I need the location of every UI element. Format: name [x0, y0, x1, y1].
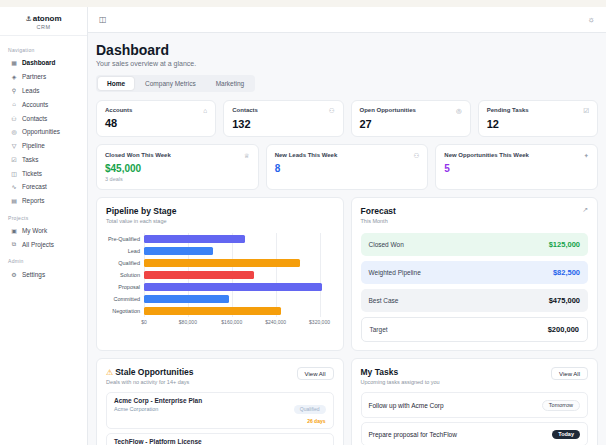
- kpi-card-pending-tasks[interactable]: Pending Tasks ☑ 12: [478, 100, 598, 137]
- sidebar-item-accounts[interactable]: ⌂ Accounts: [8, 97, 79, 111]
- bar-pre-qualified[interactable]: [144, 235, 245, 244]
- building-icon: ⌂: [10, 101, 18, 107]
- kpi-label: Accounts: [105, 107, 132, 113]
- sidebar-item-dashboard[interactable]: ▦ Dashboard: [8, 56, 79, 70]
- task-row-prepare-proposal[interactable]: Prepare proposal for TechFlow Today: [361, 422, 589, 445]
- gear-icon: ⚙: [10, 271, 18, 278]
- sidebar-section-navigation: Navigation: [8, 47, 79, 53]
- x-tick-label: $320,000: [309, 319, 330, 325]
- target-icon: ◎: [10, 128, 18, 135]
- leads-icon: ⚲: [10, 87, 18, 94]
- trophy-icon: ♕: [244, 152, 250, 160]
- tab-home[interactable]: Home: [98, 77, 134, 90]
- stat-subtext: 3 deals: [105, 176, 250, 182]
- sidebar-item-pipeline[interactable]: ▽ Pipeline: [8, 139, 79, 153]
- forecast-row-value: $82,500: [553, 268, 580, 277]
- category-label: Lead: [106, 245, 144, 257]
- sidebar-item-forecast[interactable]: ∿ Forecast: [8, 180, 79, 194]
- sparkle-icon: ✦: [584, 152, 589, 160]
- bar-lead[interactable]: [144, 247, 213, 256]
- chart-x-axis: $0 $80,000 $160,000 $240,000 $320,000: [144, 319, 331, 328]
- kpi-card-contacts[interactable]: Contacts ⚇ 132: [223, 100, 343, 137]
- sidebar-item-tasks[interactable]: ☑ Tasks: [8, 152, 79, 166]
- sidebar-item-label: Leads: [22, 87, 39, 94]
- sidebar-item-all-projects[interactable]: ⧉ All Projects: [8, 237, 79, 251]
- task-title: Prepare proposal for TechFlow: [369, 431, 457, 438]
- x-tick-label: $80,000: [179, 319, 197, 325]
- tab-company-metrics[interactable]: Company Metrics: [136, 77, 205, 90]
- bar-proposal[interactable]: [144, 283, 322, 292]
- stat-label: New Leads This Week: [275, 152, 338, 158]
- tab-marketing[interactable]: Marketing: [207, 77, 254, 90]
- funnel-icon: ▽: [10, 142, 18, 149]
- opportunity-row-acme[interactable]: Acme Corp - Enterprise Plan Acme Corpora…: [106, 392, 334, 429]
- forecast-row-label: Target: [370, 326, 388, 333]
- brand-name: atonom: [33, 14, 62, 23]
- category-label: Negotiation: [106, 305, 144, 317]
- sidebar-item-contacts[interactable]: ⚇ Contacts: [8, 111, 79, 125]
- my-tasks-panel: My Tasks Upcoming tasks assigned to you …: [351, 358, 599, 445]
- page-subtitle: Your sales overview at a glance.: [96, 60, 598, 67]
- sidebar-section-admin: Admin: [8, 258, 79, 264]
- sidebar-item-label: Tickets: [22, 170, 42, 177]
- category-label: Qualified: [106, 257, 144, 269]
- bar-negotiation[interactable]: [144, 307, 281, 316]
- due-badge: Today: [552, 430, 580, 439]
- sidebar-item-my-work[interactable]: ▣ My Work: [8, 224, 79, 238]
- sidebar-item-label: Partners: [22, 73, 46, 80]
- forecast-row-closed-won: Closed Won $125,000: [361, 233, 589, 256]
- my-tasks-title: My Tasks: [361, 367, 440, 377]
- kpi-card-open-opportunities[interactable]: Open Opportunities ◎ 27: [351, 100, 471, 137]
- sidebar-item-label: My Work: [22, 227, 47, 234]
- my-tasks-list: Follow up with Acme Corp Tomorrow Prepar…: [361, 392, 589, 445]
- sidebar-section-projects: Projects: [8, 215, 79, 221]
- forecast-row-weighted-pipeline: Weighted Pipeline $82,500: [361, 261, 589, 284]
- kpi-label: Pending Tasks: [487, 107, 529, 113]
- due-badge: Tomorrow: [542, 400, 580, 411]
- sidebar-item-partners[interactable]: ◈ Partners: [8, 70, 79, 84]
- stat-card-new-opportunities[interactable]: New Opportunities This Week ✦ 5: [435, 144, 598, 190]
- sidebar-item-settings[interactable]: ⚙ Settings: [8, 267, 79, 281]
- forecast-row-value: $200,000: [548, 325, 579, 334]
- forecast-row-value: $125,000: [549, 240, 580, 249]
- sidebar-item-tickets[interactable]: ◫ Tickets: [8, 166, 79, 180]
- stat-value: 8: [275, 163, 420, 174]
- dashboard-icon: ▦: [10, 59, 18, 66]
- warning-icon: ⚠: [106, 368, 113, 377]
- chart-plot-area: $0 $80,000 $160,000 $240,000 $320,000: [144, 233, 331, 317]
- sidebar-item-label: Contacts: [22, 115, 47, 122]
- kpi-card-accounts[interactable]: Accounts ⌂ 48: [96, 100, 216, 137]
- bar-qualified[interactable]: [144, 259, 300, 268]
- bottom-panel-row: ⚠Stale Opportunities Deals with no activ…: [96, 358, 598, 445]
- ticket-icon: ◫: [10, 170, 18, 177]
- forecast-row-label: Weighted Pipeline: [369, 269, 421, 276]
- opportunity-name: TechFlow - Platform License: [114, 438, 202, 445]
- tasks-view-all-button[interactable]: View All: [551, 367, 588, 380]
- middle-panel-row: Pipeline by Stage Total value in each st…: [96, 197, 598, 351]
- users-icon: ⚇: [329, 107, 335, 115]
- brand-logo: ⚓atonom CRM: [0, 7, 87, 36]
- theme-toggle-icon[interactable]: ☼: [588, 15, 595, 24]
- crm-app: ⚓atonom CRM Navigation ▦ Dashboard ◈ Par…: [0, 7, 606, 445]
- stale-opportunities-subtitle: Deals with no activity for 14+ days: [106, 379, 194, 385]
- stage-badge: Qualified: [294, 405, 326, 414]
- weekly-stats-row: Closed Won This Week ♕ $45,000 3 deals N…: [96, 144, 598, 190]
- sidebar-item-reports[interactable]: ▤ Reports: [8, 194, 79, 208]
- stat-card-closed-won[interactable]: Closed Won This Week ♕ $45,000 3 deals: [96, 144, 259, 190]
- bar-committed[interactable]: [144, 295, 229, 304]
- opportunity-row-techflow[interactable]: TechFlow - Platform License TechFlow Sol…: [106, 433, 334, 445]
- opportunity-company: Acme Corporation: [114, 406, 202, 412]
- sidebar-item-label: Dashboard: [22, 59, 55, 66]
- task-row-follow-up[interactable]: Follow up with Acme Corp Tomorrow: [361, 392, 589, 418]
- stat-card-new-leads[interactable]: New Leads This Week ⚇ 8: [266, 144, 429, 190]
- sidebar-toggle-icon[interactable]: ◫: [99, 15, 107, 24]
- anchor-logo-icon: ⚓: [25, 15, 31, 22]
- stat-label: New Opportunities This Week: [444, 152, 529, 158]
- kpi-row: Accounts ⌂ 48 Contacts ⚇ 132 Open Opport…: [96, 100, 598, 137]
- x-tick-label: $240,000: [265, 319, 286, 325]
- stale-view-all-button[interactable]: View All: [297, 367, 334, 380]
- sidebar-item-opportunities[interactable]: ◎ Opportunities: [8, 125, 79, 139]
- task-title: Follow up with Acme Corp: [369, 402, 444, 409]
- bar-solution[interactable]: [144, 271, 254, 280]
- sidebar-item-leads[interactable]: ⚲ Leads: [8, 84, 79, 98]
